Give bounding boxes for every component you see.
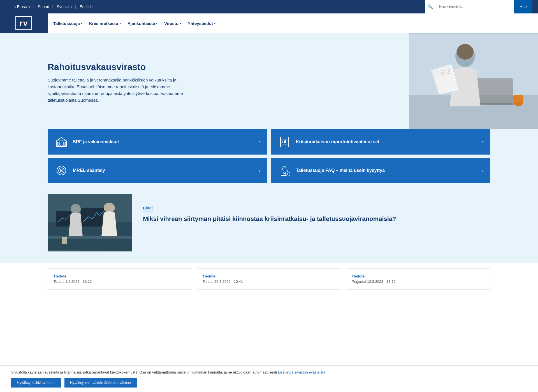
quick-link-srf-label: SRF ja vakausmaksut xyxy=(73,139,254,144)
svg-point-32 xyxy=(284,172,285,174)
svg-point-39 xyxy=(71,204,81,214)
arrow-icon: › xyxy=(482,139,484,145)
nav-talletussuoja[interactable]: Talletussuoja ▾ xyxy=(53,16,82,31)
svg-text:€: € xyxy=(287,173,288,176)
chevron-down-icon: ▾ xyxy=(81,22,82,25)
blog-title: Miksi vihreän siirtymän pitäisi kiinnost… xyxy=(143,215,479,223)
chevron-down-icon: ▾ xyxy=(119,22,121,25)
svg-rect-17 xyxy=(64,142,66,145)
lang-english[interactable]: English xyxy=(77,4,95,9)
lang-suomi[interactable]: Suomi xyxy=(36,4,51,9)
hero-image xyxy=(409,33,538,129)
nav-divider-1: | xyxy=(33,4,34,9)
logo-inner: rv xyxy=(15,16,32,30)
nav-kriisinratkaisu[interactable]: Kriisinratkaisu ▾ xyxy=(89,16,121,31)
home-icon xyxy=(13,4,16,9)
logo-text: rv xyxy=(20,19,28,27)
blog-section: Blogi Miksi vihreän siirtymän pitäisi ki… xyxy=(0,189,538,263)
news-card-0[interactable]: Tiedote Torstai 1.9.2022 - 16:12 xyxy=(48,268,192,290)
blog-card[interactable]: Blogi Miksi vihreän siirtymän pitäisi ki… xyxy=(48,194,490,251)
home-label: Etusivu xyxy=(17,4,30,9)
news-tag-0: Tiedote xyxy=(54,274,186,278)
svg-rect-16 xyxy=(62,142,63,145)
home-nav-item[interactable]: Etusivu xyxy=(11,4,32,9)
arrow-icon: › xyxy=(259,168,261,174)
svg-rect-21 xyxy=(282,141,283,143)
news-tag-2: Tiedote xyxy=(352,274,484,278)
faq-icon: € xyxy=(277,164,291,178)
blog-content: Blogi Miksi vihreän siirtymän pitäisi ki… xyxy=(132,194,490,251)
quick-link-srf[interactable]: SRF ja vakausmaksut › xyxy=(48,129,267,155)
regulation-icon: € xyxy=(54,164,68,178)
svg-rect-41 xyxy=(48,236,132,239)
search-button[interactable]: Hae xyxy=(514,0,532,13)
quick-links-grid: SRF ja vakausmaksut › Kriisinratkaisun r… xyxy=(48,129,490,189)
chevron-down-icon: ▾ xyxy=(214,22,215,25)
quick-link-kriisin-label: Kriisinratkaisun raportointivaatimukset xyxy=(296,139,477,144)
search-icon: 🔍 xyxy=(425,4,435,10)
top-bar: Etusivu | Suomi | Svenska | English 🔍 Ha… xyxy=(0,0,538,13)
main-nav: Talletussuoja ▾ Kriisinratkaisu ▾ Ajanko… xyxy=(48,13,538,33)
bank-icon xyxy=(54,135,68,149)
svg-rect-23 xyxy=(285,140,286,143)
svg-rect-5 xyxy=(513,95,523,102)
quick-link-kriisin[interactable]: Kriisinratkaisun raportointivaatimukset … xyxy=(271,129,490,155)
quick-link-mrel-label: MREL-sääntely xyxy=(73,168,254,173)
quick-link-faq[interactable]: € Talletussuoja FAQ – meiltä usein kysyt… xyxy=(271,158,490,183)
search-input[interactable] xyxy=(435,0,514,13)
logo-block: rv xyxy=(0,13,48,33)
quick-link-mrel[interactable]: € MREL-sääntely › xyxy=(48,158,267,183)
header: rv Talletussuoja ▾ Kriisinratkaisu ▾ Aja… xyxy=(0,13,538,33)
quick-link-faq-label: Talletussuoja FAQ – meiltä usein kysytty… xyxy=(296,168,477,173)
news-date-2: Perjantai 12.8.2022 - 13:19 xyxy=(352,279,484,284)
news-card-1[interactable]: Tiedote Torstai 25.8.2022 - 10:41 xyxy=(197,268,341,290)
svg-rect-14 xyxy=(57,142,59,145)
svg-rect-42 xyxy=(62,237,67,244)
arrow-icon: › xyxy=(259,139,261,145)
chevron-down-icon: ▾ xyxy=(156,22,157,25)
svg-point-40 xyxy=(104,203,115,213)
report-icon xyxy=(277,135,291,149)
hero-title: Rahoitusvakausvirasto xyxy=(48,62,398,72)
chevron-down-icon: ▾ xyxy=(180,22,181,25)
nav-divider-3: | xyxy=(75,4,76,9)
news-card-2[interactable]: Tiedote Perjantai 12.8.2022 - 13:19 xyxy=(346,268,490,290)
hero-description: Suojelemme tallettajia ja veronmaksajia … xyxy=(48,77,193,104)
hero-text: Rahoitusvakausvirasto Suojelemme tallett… xyxy=(0,33,409,129)
news-date-1: Torstai 25.8.2022 - 10:41 xyxy=(203,279,335,284)
nav-yhteystiedot[interactable]: Yhteystiedot ▾ xyxy=(188,16,215,31)
search-area: 🔍 Hae xyxy=(425,0,532,13)
svg-rect-13 xyxy=(56,141,66,146)
nav-virasto[interactable]: Virasto ▾ xyxy=(164,16,181,31)
nav-divider-2: | xyxy=(52,4,53,9)
hero-section: Rahoitusvakausvirasto Suojelemme tallett… xyxy=(0,33,538,129)
nav-ajankohtaista[interactable]: Ajankohtaista ▾ xyxy=(127,16,157,31)
news-section: Tiedote Torstai 1.9.2022 - 16:12 Tiedote… xyxy=(0,263,538,295)
top-nav: Etusivu | Suomi | Svenska | English xyxy=(6,4,425,9)
blog-image xyxy=(48,194,132,251)
svg-point-7 xyxy=(457,44,474,60)
hero-illustration xyxy=(409,33,538,129)
arrow-icon: › xyxy=(482,168,484,174)
blog-tag: Blogi xyxy=(143,206,153,211)
svg-rect-22 xyxy=(284,141,285,143)
news-date-0: Torstai 1.9.2022 - 16:12 xyxy=(54,279,186,284)
lang-svenska[interactable]: Svenska xyxy=(54,4,74,9)
svg-rect-15 xyxy=(60,142,61,145)
svg-text:€: € xyxy=(60,169,62,172)
news-tag-1: Tiedote xyxy=(203,274,335,278)
quick-links-section: SRF ja vakausmaksut › Kriisinratkaisun r… xyxy=(0,129,538,189)
